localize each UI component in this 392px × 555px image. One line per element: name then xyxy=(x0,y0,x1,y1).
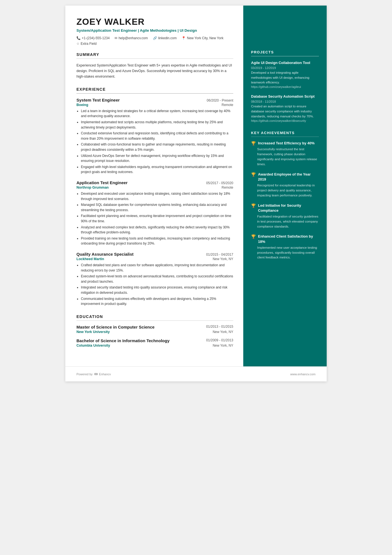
job-northrop: Application Test Engineer 05/2017 - 05/2… xyxy=(76,180,233,246)
linkedin-url: linkedin.com xyxy=(158,36,177,40)
phone-icon: 📞 xyxy=(76,36,81,40)
experience-title: EXPERIENCE xyxy=(76,87,233,92)
achievement-security: 🏆 Led Initiative for Security Compliance… xyxy=(251,203,319,229)
left-column: ZOEY WALKER System/Application Test Engi… xyxy=(65,6,243,366)
project-title-agile: Agile UI Design Collaboration Tool xyxy=(251,60,319,65)
project-dates-db: 08/2018 - 11/2018 xyxy=(251,100,319,103)
job-subheader-lockheed: Lockheed Martin New York, NY xyxy=(76,257,233,261)
resume-header: ZOEY WALKER System/Application Test Engi… xyxy=(76,17,233,46)
list-item: Implemented automated test scripts acros… xyxy=(81,120,233,130)
location-text: New York City, New York xyxy=(187,36,223,40)
trophy-icon-2: 🏆 xyxy=(251,172,256,177)
achievement-title-employee: Awarded Employee of the Year 2019 xyxy=(258,172,319,182)
extra-field: Extra Field xyxy=(81,42,96,46)
job-title-lockheed: Quality Assurance Specialist xyxy=(76,252,133,256)
projects-title: PROJECTS xyxy=(251,50,319,54)
trophy-icon-3: 🏆 xyxy=(251,203,256,208)
summary-title: SUMMARY xyxy=(76,52,233,57)
education-divider xyxy=(76,320,233,321)
achievement-header-employee: 🏆 Awarded Employee of the Year 2019 xyxy=(251,172,319,182)
location-icon: 📍 xyxy=(182,36,186,40)
job-header-lockheed: Quality Assurance Specialist 01/2015 - 0… xyxy=(76,252,233,256)
achievements-section: KEY ACHIEVEMENTS 🏆 Increased Test Effici… xyxy=(251,131,319,260)
achievements-title: KEY ACHIEVEMENTS xyxy=(251,131,319,135)
summary-divider xyxy=(76,58,233,59)
project-dates-agile: 03/2019 - 12/2019 xyxy=(251,66,319,70)
job-company-northrop: Northrop Grumman xyxy=(76,186,109,189)
linkedin-item: 🔗 linkedin.com xyxy=(153,36,177,40)
contact-info: 📞 +1-(234)-555-1234 ✉ help@enhancv.com 🔗… xyxy=(76,36,233,46)
phone-number: +1-(234)-555-1234 xyxy=(82,36,110,40)
email-address: help@enhancv.com xyxy=(118,36,148,40)
candidate-title: System/Application Test Engineer | Agile… xyxy=(76,28,233,33)
job-bullets-lockheed: Crafted detailed test plans and cases fo… xyxy=(76,263,233,307)
education-title: EDUCATION xyxy=(76,314,233,319)
job-location-boeing: Remote xyxy=(222,103,233,107)
page-body: ZOEY WALKER System/Application Test Engi… xyxy=(65,6,327,366)
edu-school-nyu: New York University xyxy=(76,330,110,334)
edu-header-nyu: Master of Science in Computer Science 01… xyxy=(76,325,233,329)
star-icon: ☆ xyxy=(76,42,80,46)
job-subheader-boeing: Boeing Remote xyxy=(76,103,233,107)
achievement-desc-client: Implemented new user acceptance testing … xyxy=(251,245,319,260)
edu-nyu: Master of Science in Computer Science 01… xyxy=(76,325,233,334)
experience-section: EXPERIENCE System Test Engineer 06/2020 … xyxy=(76,87,233,306)
achievement-title-client: Enhanced Client Satisfaction by 18% xyxy=(258,234,319,244)
edu-subheader-columbia: Columbia University New York, NY xyxy=(76,344,233,347)
list-item: Integrated security standard testing int… xyxy=(81,285,233,295)
candidate-name: ZOEY WALKER xyxy=(76,17,233,27)
job-header-northrop: Application Test Engineer 05/2017 - 05/2… xyxy=(76,180,233,185)
edu-subheader-nyu: New York University New York, NY xyxy=(76,330,233,334)
edu-location-columbia: New York, NY xyxy=(213,344,233,347)
list-item: Conducted extensive functional and regre… xyxy=(81,131,233,141)
projects-section: PROJECTS Agile UI Design Collaboration T… xyxy=(251,50,319,122)
email-icon: ✉ xyxy=(115,36,117,40)
achievement-desc-security: Facilitated integration of security guid… xyxy=(251,214,319,229)
project-title-db: Database Security Automation Script xyxy=(251,94,319,99)
project-desc-db: Created an automation script to ensure d… xyxy=(251,104,319,119)
achievement-desc-efficiency: Successfully restructured the test frame… xyxy=(251,147,319,167)
achievements-divider xyxy=(251,137,319,137)
list-item: Developed and executed user acceptance t… xyxy=(81,191,233,201)
job-location-lockheed: New York, NY xyxy=(213,257,233,261)
summary-text: Experienced System/Application Test Engi… xyxy=(76,63,233,79)
project-desc-agile: Developed a tool integrating agile metho… xyxy=(251,70,319,85)
right-column: PROJECTS Agile UI Design Collaboration T… xyxy=(243,6,327,366)
job-dates-lockheed: 01/2015 - 04/2017 xyxy=(206,253,233,256)
phone-item: 📞 +1-(234)-555-1234 xyxy=(76,36,110,40)
project-agile-ui: Agile UI Design Collaboration Tool 03/20… xyxy=(251,60,319,89)
enhancv-logo: ∞ Enhancv xyxy=(94,371,111,377)
achievement-employee: 🏆 Awarded Employee of the Year 2019 Reco… xyxy=(251,172,319,198)
edu-dates-columbia: 01/2009 - 01/2013 xyxy=(206,338,233,343)
resume-page: ZOEY WALKER System/Application Test Engi… xyxy=(65,6,327,381)
linkedin-icon: 🔗 xyxy=(153,36,157,40)
job-boeing: System Test Engineer 06/2020 - Present B… xyxy=(76,98,233,175)
edu-location-nyu: New York, NY xyxy=(213,330,233,334)
edu-columbia: Bachelor of Science in Information Techn… xyxy=(76,338,233,347)
list-item: Engaged with high-level stakeholders reg… xyxy=(81,164,233,175)
list-item: Analyzed and resolved complex test defec… xyxy=(81,225,233,235)
list-item: Utilized Azure DevOps Server for defect … xyxy=(81,153,233,164)
job-header-boeing: System Test Engineer 06/2020 - Present xyxy=(76,98,233,102)
job-dates-northrop: 05/2017 - 05/2020 xyxy=(206,181,233,185)
list-item: Crafted detailed test plans and cases fo… xyxy=(81,263,233,273)
job-title-boeing: System Test Engineer xyxy=(76,98,120,102)
list-item: Provided training on new testing tools a… xyxy=(81,236,233,246)
achievement-title-efficiency: Increased Test Efficiency by 40% xyxy=(258,141,315,146)
job-dates-boeing: 06/2020 - Present xyxy=(207,98,233,102)
footer-website: www.enhancv.com xyxy=(290,373,316,376)
experience-divider xyxy=(76,93,233,94)
footer-left: Powered by ∞ Enhancv xyxy=(76,371,111,377)
list-item: Led a team in designing test strategies … xyxy=(81,108,233,119)
edu-school-columbia: Columbia University xyxy=(76,344,110,347)
resume-footer: Powered by ∞ Enhancv www.enhancv.com xyxy=(65,366,327,381)
email-item: ✉ help@enhancv.com xyxy=(115,36,148,40)
list-item: Executed system-level tests on advanced … xyxy=(81,274,233,284)
job-bullets-northrop: Developed and executed user acceptance t… xyxy=(76,191,233,246)
edu-header-columbia: Bachelor of Science in Information Techn… xyxy=(76,338,233,343)
achievement-title-security: Led Initiative for Security Compliance xyxy=(258,203,319,213)
edu-degree-nyu: Master of Science in Computer Science xyxy=(76,325,155,329)
job-subheader-northrop: Northrop Grumman Remote xyxy=(76,186,233,189)
achievement-efficiency: 🏆 Increased Test Efficiency by 40% Succe… xyxy=(251,141,319,167)
edu-dates-nyu: 01/2013 - 01/2015 xyxy=(206,325,233,329)
